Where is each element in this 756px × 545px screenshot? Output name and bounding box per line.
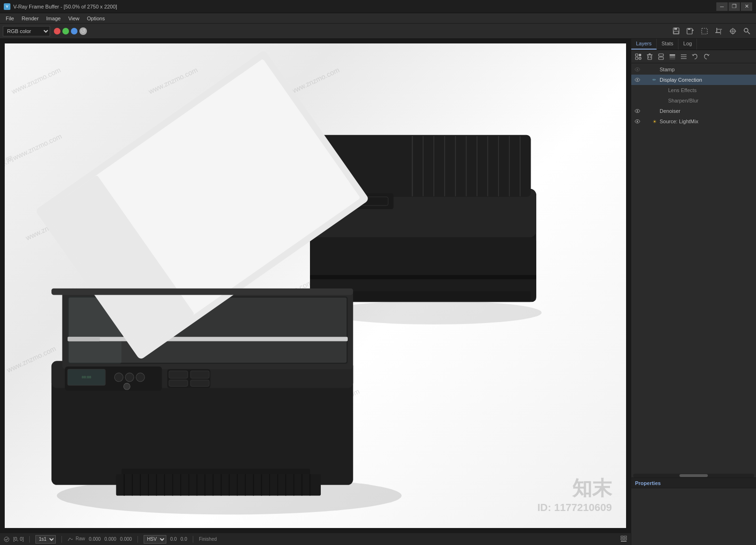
layer-icon-sharpen (660, 97, 666, 104)
printer-scene-svg: 88:88 (5, 43, 626, 528)
restore-button[interactable]: ❐ (729, 2, 740, 11)
properties-section: Properties (631, 477, 756, 545)
svg-rect-95 (621, 536, 623, 537)
svg-rect-1 (674, 28, 677, 30)
svg-rect-90 (52, 289, 353, 295)
svg-point-18 (326, 301, 541, 324)
status-sep-4 (193, 536, 193, 543)
svg-point-79 (124, 383, 130, 390)
tab-stats[interactable]: Stats (657, 39, 679, 50)
layer-eye-display-correction[interactable] (634, 77, 641, 83)
pan-btn[interactable] (727, 25, 739, 37)
title-bar: V V-Ray Frame Buffer - [50.0% of 2750 x … (0, 0, 756, 13)
svg-rect-114 (670, 54, 675, 56)
tab-layers[interactable]: Layers (631, 39, 657, 50)
tab-log[interactable]: Log (679, 39, 697, 50)
svg-rect-116 (670, 58, 675, 60)
list-view-btn[interactable] (679, 51, 689, 62)
svg-rect-98 (624, 538, 627, 540)
svg-point-78 (136, 373, 145, 382)
layer-eye-lightmix[interactable] (634, 118, 641, 125)
layer-label-denoiser: Denoiser (660, 108, 680, 114)
merge-layers-btn[interactable] (656, 51, 666, 62)
layer-item-display-correction[interactable]: ✏ Display Correction (631, 75, 756, 85)
layers-scroll-thumb[interactable] (679, 474, 708, 477)
menu-image[interactable]: Image (43, 15, 65, 22)
toolbar: RGB color Alpha Luminance ↺ (0, 24, 756, 39)
layer-item-denoiser[interactable]: Denoiser (631, 106, 756, 116)
svg-rect-81 (169, 371, 188, 378)
svg-rect-106 (648, 55, 652, 60)
svg-line-94 (72, 539, 73, 540)
reset-dot[interactable]: ↺ (79, 27, 87, 35)
status-coords: [0, 0] (13, 536, 24, 542)
layer-icon-denoiser (651, 108, 658, 114)
menu-file[interactable]: File (2, 15, 18, 22)
layer-icon-lens (660, 87, 666, 94)
layer-eye-denoiser[interactable] (634, 108, 641, 114)
title-bar-controls[interactable]: ─ ❐ ✕ (716, 2, 752, 11)
layer-eye-sharpen (634, 97, 641, 104)
add-layer-btn[interactable] (633, 51, 644, 62)
layer-label-stamp: Stamp (660, 67, 675, 72)
svg-rect-84 (190, 380, 209, 387)
svg-point-91 (4, 537, 9, 542)
status-bar: [0, 0] 1s1 Raw 0.000 0.000 0.000 HSV RGB… (0, 533, 631, 545)
select-tool-btn[interactable] (698, 25, 711, 37)
colormode-select[interactable]: HSV RGB (144, 535, 166, 544)
svg-rect-2 (674, 31, 679, 34)
layer-item-stamp[interactable]: Stamp (631, 64, 756, 75)
layer-eye-lens (634, 87, 641, 94)
save-icon-btn[interactable] (670, 25, 682, 37)
undo-btn[interactable] (690, 51, 700, 62)
layer-item-lightmix[interactable]: ☀ Source: LightMix (631, 116, 756, 127)
sample-select[interactable]: 1s1 (35, 535, 56, 544)
close-button[interactable]: ✕ (741, 2, 752, 11)
render-view: www.znzmo.com www.znzmo.com www.znzmo.co… (0, 39, 631, 545)
svg-rect-112 (659, 57, 663, 60)
svg-rect-102 (636, 57, 638, 60)
color-channel-select[interactable]: RGB color Alpha Luminance (3, 26, 50, 36)
svg-line-92 (68, 538, 70, 541)
layer-item-lens-effects[interactable]: Lens Effects (631, 85, 756, 95)
layer-item-sharpen-blur[interactable]: Sharpen/Blur (631, 95, 756, 106)
canvas-area[interactable]: www.znzmo.com www.znzmo.com www.znzmo.co… (0, 39, 631, 533)
status-sep-1 (29, 536, 30, 543)
menu-render[interactable]: Render (18, 15, 43, 22)
properties-title: Properties (635, 480, 661, 486)
svg-rect-83 (169, 380, 188, 387)
zoom-btn[interactable] (741, 25, 753, 37)
properties-header: Properties (631, 478, 756, 488)
crop-btn[interactable] (713, 25, 725, 37)
svg-rect-39 (310, 275, 536, 279)
svg-rect-86 (68, 337, 100, 341)
layer-icon-lightmix: ☀ (651, 118, 658, 125)
redo-btn[interactable] (701, 51, 712, 62)
svg-rect-97 (621, 538, 623, 540)
svg-point-76 (114, 373, 123, 382)
r-value: 0.000 (89, 536, 101, 542)
svg-line-93 (70, 538, 72, 540)
svg-point-126 (637, 111, 638, 112)
svg-text:88:88: 88:88 (82, 375, 92, 379)
layer-eye-stamp[interactable] (634, 66, 641, 73)
status-sep-2 (61, 536, 62, 543)
minimize-button[interactable]: ─ (716, 2, 728, 11)
svg-rect-44 (116, 474, 321, 496)
flatten-layers-btn[interactable] (667, 51, 678, 62)
layers-scroll-track[interactable] (633, 474, 754, 477)
right-panel-tabs: Layers Stats Log (631, 39, 756, 50)
save-as-icon-btn[interactable] (684, 25, 696, 37)
expand-icon[interactable] (620, 536, 627, 543)
menu-view[interactable]: View (64, 15, 83, 22)
delete-layer-btn[interactable] (644, 51, 655, 62)
layer-toolbar (631, 50, 756, 63)
svg-rect-85 (68, 337, 348, 341)
svg-point-124 (635, 89, 640, 92)
svg-rect-4 (688, 28, 690, 30)
main-content: www.znzmo.com www.znzmo.com www.znzmo.co… (0, 39, 756, 545)
title-bar-left: V V-Ray Frame Buffer - [50.0% of 2750 x … (4, 3, 117, 10)
svg-rect-115 (670, 56, 675, 58)
menu-options[interactable]: Options (83, 15, 109, 22)
svg-rect-100 (636, 54, 638, 56)
